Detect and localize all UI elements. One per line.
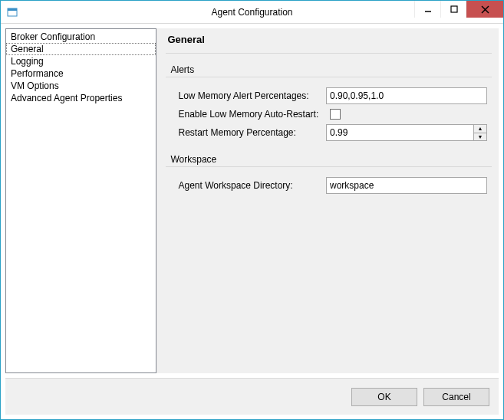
auto-restart-label: Enable Low Memory Auto-Restart: <box>178 109 324 120</box>
dialog-body: Broker Configuration General Logging Per… <box>1 24 503 373</box>
svg-rect-1 <box>8 8 17 11</box>
dialog-footer: OK Cancel <box>5 378 499 415</box>
agent-config-window: Agent Configuration Broker Configuration… <box>0 0 504 420</box>
sidebar-item-vm-options[interactable]: VM Options <box>6 80 156 92</box>
restart-pct-input[interactable] <box>326 124 473 141</box>
alerts-group-label: Alerts <box>166 64 492 77</box>
spin-up-icon[interactable]: ▲ <box>474 125 486 133</box>
spin-down-icon[interactable]: ▼ <box>474 133 486 141</box>
row-restart-pct: Restart Memory Percentage: ▲ ▼ <box>166 122 492 143</box>
minimize-button[interactable] <box>414 1 440 18</box>
ok-button[interactable]: OK <box>351 388 417 406</box>
sidebar-item-broker-configuration[interactable]: Broker Configuration <box>6 31 156 43</box>
sidebar-item-performance[interactable]: Performance <box>6 67 156 80</box>
row-low-memory-pct: Low Memory Alert Percentages: <box>166 85 492 107</box>
sidebar-item-general[interactable]: General <box>6 43 156 55</box>
restart-pct-spin-buttons: ▲ ▼ <box>473 124 487 141</box>
workspace-group-label: Workspace <box>166 154 492 167</box>
workspace-group: Workspace Agent Workspace Directory: <box>166 154 492 196</box>
window-controls <box>414 1 503 18</box>
cancel-button[interactable]: Cancel <box>423 388 489 406</box>
category-sidebar: Broker Configuration General Logging Per… <box>5 28 156 373</box>
close-button[interactable] <box>466 1 503 18</box>
low-memory-pct-label: Low Memory Alert Percentages: <box>178 90 320 101</box>
row-auto-restart: Enable Low Memory Auto-Restart: <box>166 107 492 122</box>
titlebar: Agent Configuration <box>1 1 503 24</box>
alerts-group: Alerts Low Memory Alert Percentages: Ena… <box>166 64 492 143</box>
content-panel: General Alerts Low Memory Alert Percenta… <box>156 28 499 373</box>
restart-pct-spinner: ▲ ▼ <box>326 124 487 141</box>
app-icon <box>1 1 24 24</box>
workspace-dir-input[interactable] <box>326 177 487 194</box>
sidebar-item-logging[interactable]: Logging <box>6 55 156 67</box>
row-workspace-dir: Agent Workspace Directory: <box>166 175 492 196</box>
low-memory-pct-input[interactable] <box>326 87 487 104</box>
workspace-dir-label: Agent Workspace Directory: <box>178 180 320 191</box>
maximize-button[interactable] <box>440 1 466 18</box>
restart-pct-label: Restart Memory Percentage: <box>178 127 320 138</box>
svg-rect-3 <box>451 6 457 12</box>
sidebar-item-advanced-agent-properties[interactable]: Advanced Agent Properties <box>6 92 156 104</box>
auto-restart-checkbox[interactable] <box>330 109 341 120</box>
page-title: General <box>166 29 492 54</box>
